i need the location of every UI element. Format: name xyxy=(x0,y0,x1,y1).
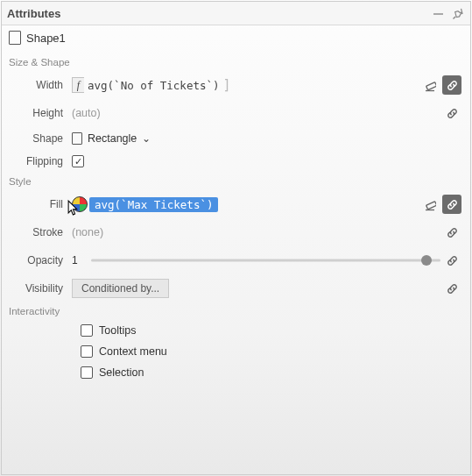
bind-stroke-button[interactable] xyxy=(442,223,461,242)
selection-label: Selection xyxy=(99,366,144,379)
section-style: Style xyxy=(2,173,470,190)
tooltips-label: Tooltips xyxy=(99,324,136,337)
opacity-slider[interactable] xyxy=(91,252,440,269)
label-visibility: Visibility xyxy=(2,282,72,295)
minimize-icon[interactable] xyxy=(430,5,446,21)
row-fill: Fill avg(`Max Tickets`) xyxy=(2,190,470,218)
label-shape: Shape xyxy=(2,132,72,145)
chevron-down-icon: ⌄ xyxy=(142,132,151,145)
height-value[interactable]: (auto) xyxy=(72,107,101,119)
selected-object-row: Shape1 xyxy=(2,25,470,53)
pin-icon[interactable] xyxy=(449,5,465,21)
visibility-condition-button[interactable]: Conditioned by... xyxy=(72,279,169,298)
color-wheel-icon xyxy=(72,196,88,212)
flipping-checkbox[interactable] xyxy=(72,155,84,167)
label-width: Width xyxy=(2,79,72,91)
row-flipping: Flipping xyxy=(2,150,470,173)
label-stroke: Stroke xyxy=(2,226,72,238)
bind-width-button[interactable] xyxy=(442,75,461,95)
clear-fill-button[interactable] xyxy=(419,195,439,214)
shape-value: Rectangle xyxy=(88,132,137,145)
fill-expression[interactable]: avg(`Max Tickets`) xyxy=(72,196,218,212)
object-name[interactable]: Shape1 xyxy=(26,32,66,45)
row-shape: Shape Rectangle ⌄ xyxy=(2,127,470,150)
interactivity-selection[interactable]: Selection xyxy=(81,362,470,383)
row-height: Height (auto) xyxy=(2,99,470,127)
shape-select[interactable]: Rectangle ⌄ xyxy=(72,132,151,145)
bind-visibility-button[interactable] xyxy=(442,279,461,298)
tooltips-checkbox[interactable] xyxy=(81,324,93,337)
bracket-icon: ] xyxy=(223,77,231,93)
row-stroke: Stroke (none) xyxy=(2,218,470,246)
row-opacity: Opacity 1 xyxy=(2,246,470,274)
interactivity-context-menu[interactable]: Context menu xyxy=(81,341,470,362)
selection-checkbox[interactable] xyxy=(81,366,93,379)
clear-width-button[interactable] xyxy=(419,75,439,95)
label-opacity: Opacity xyxy=(2,254,72,266)
width-expression[interactable]: f avg(`No of Tickets`) ] xyxy=(72,77,231,93)
bind-opacity-button[interactable] xyxy=(442,251,461,270)
rectangle-icon xyxy=(72,132,82,145)
label-height: Height xyxy=(2,107,72,119)
row-width: Width f avg(`No of Tickets`) ] xyxy=(2,71,470,99)
context-menu-label: Context menu xyxy=(99,345,167,358)
section-interactivity: Interactivity xyxy=(2,302,470,320)
opacity-value[interactable]: 1 xyxy=(72,254,84,266)
label-fill: Fill xyxy=(2,198,72,210)
interactivity-list: Tooltips Context menu Selection xyxy=(2,320,470,383)
stroke-value[interactable]: (none) xyxy=(72,226,103,238)
bind-fill-button[interactable] xyxy=(442,195,461,214)
fill-expression-text: avg(`Max Tickets`) xyxy=(89,197,218,212)
label-flipping: Flipping xyxy=(2,155,72,167)
panel-title: Attributes xyxy=(7,7,426,20)
row-visibility: Visibility Conditioned by... xyxy=(2,274,470,302)
attributes-panel: Attributes Shape1 Size & Shape Width f a… xyxy=(1,1,471,475)
bind-height-button[interactable] xyxy=(442,103,461,123)
interactivity-tooltips[interactable]: Tooltips xyxy=(81,320,470,341)
section-size-shape: Size & Shape xyxy=(2,53,470,71)
width-expression-text: avg(`No of Tickets`) xyxy=(84,79,223,92)
fx-icon: f xyxy=(72,77,84,93)
context-menu-checkbox[interactable] xyxy=(81,345,93,358)
rectangle-icon xyxy=(9,31,21,45)
panel-titlebar: Attributes xyxy=(2,2,470,25)
